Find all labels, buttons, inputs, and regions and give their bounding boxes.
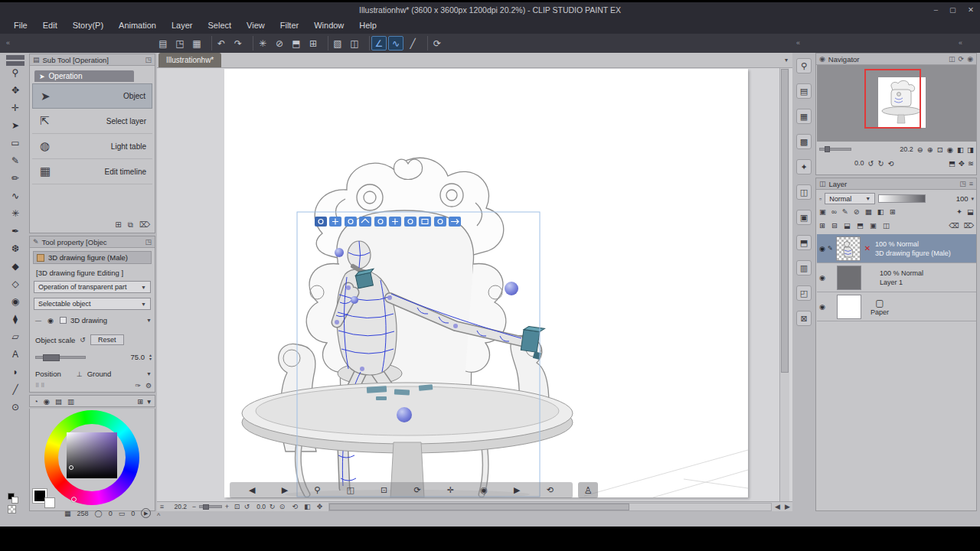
toolbar-icon[interactable]: ◳ (172, 36, 188, 51)
navigator-reset-icon[interactable]: ✥ (959, 159, 965, 168)
layer-command-icon[interactable]: ▦ (865, 207, 872, 216)
palette-rail-button[interactable]: ◫ (796, 184, 812, 200)
navigator-reset-icon[interactable]: ≋ (968, 159, 974, 168)
layer-command-icon[interactable]: ⊘ (854, 207, 860, 216)
palette-rail-button[interactable]: ▩ (796, 134, 812, 149)
toolbox-grip-2[interactable] (6, 61, 24, 66)
tool-button[interactable]: ◗ (5, 367, 26, 377)
launcher-icon[interactable]: ◀ (249, 485, 255, 495)
subtool-footer-icon[interactable]: ⌦ (139, 220, 150, 230)
eye-icon[interactable]: ◉ (817, 245, 828, 253)
menu-item[interactable]: Select (201, 18, 240, 32)
toolbar-icon[interactable]: ∠ (371, 36, 387, 51)
minimize-icon[interactable]: – (934, 5, 938, 14)
toolbar-icon[interactable]: ↶ (214, 36, 229, 51)
palette-rail-button[interactable]: ▥ (796, 260, 812, 276)
rotate-cw-icon[interactable]: ↻ (267, 503, 277, 510)
navigator-header-icon[interactable]: ◫ (949, 55, 956, 63)
layer-command-icon[interactable]: ▣ (819, 207, 826, 216)
layer-header-icon[interactable]: ≡ (969, 180, 973, 187)
rotate-reset-icon[interactable]: ⊙ (277, 503, 287, 510)
palette-rail-button[interactable]: ▣ (796, 210, 812, 225)
sub-color-swatch[interactable] (44, 497, 55, 508)
layer-header-icon[interactable]: ◳ (959, 180, 966, 187)
toolbar-icon[interactable] (364, 36, 370, 51)
layer-row-3d-figure[interactable]: ◉ ✎ ✕ 100 % Normal 3D drawing figure (Ma… (817, 234, 976, 263)
palette-rail-button[interactable]: ⊠ (796, 311, 812, 326)
palette-rail-button[interactable]: ✦ (796, 159, 812, 174)
tool-button[interactable]: ⚲ (5, 67, 26, 77)
palette-rail-button[interactable]: ⬒ (796, 235, 812, 250)
navigator-rotate-icon[interactable]: ↺ (868, 159, 874, 168)
color-options-icon[interactable]: ▾ (147, 397, 151, 406)
menu-item[interactable]: Layer (164, 18, 201, 32)
palette-rail-button[interactable]: ▤ (796, 83, 812, 99)
tool-button[interactable]: ➤ (5, 120, 26, 130)
sv-square[interactable] (67, 432, 117, 478)
sv-marker[interactable] (69, 465, 74, 470)
canvas-menu-icon[interactable]: ≡ (157, 503, 167, 510)
toolbar-icon[interactable]: ⊞ (305, 36, 321, 51)
navigator-header-icon[interactable]: ⟳ (959, 55, 965, 63)
tool-button[interactable]: A (5, 349, 26, 359)
canvas-zoom-slider[interactable] (199, 505, 222, 508)
tool-button[interactable]: ⧫ (5, 314, 26, 324)
canvas-page[interactable] (224, 69, 748, 497)
transparent-part-dropdown[interactable]: Operation of transparent part▼ (34, 281, 151, 293)
subtool-footer-icon[interactable]: ⧉ (128, 220, 133, 230)
tool-button[interactable]: ∿ (5, 191, 26, 201)
navigator-reset-icon[interactable]: ⬒ (949, 159, 956, 168)
canvas-view-icon[interactable]: ◧ (302, 503, 312, 510)
tool-button[interactable]: ✏ (5, 173, 26, 183)
tool-button[interactable]: ✎ (5, 155, 26, 165)
canvas-view-icon[interactable]: ✥ (315, 503, 325, 510)
chevron-down-icon[interactable]: ▼ (146, 318, 152, 323)
navigator-rotate-icon[interactable]: ⟲ (887, 159, 893, 168)
blend-mode-dropdown[interactable]: Normal▼ (825, 193, 875, 204)
mini-sub-color-chip[interactable] (11, 497, 18, 504)
navigator-rotate-icon[interactable]: ↻ (877, 159, 884, 168)
pose-figure-button[interactable]: ♙ (578, 482, 598, 498)
launcher-icon[interactable]: ◫ (347, 485, 354, 495)
tool-button[interactable]: ✥ (5, 85, 26, 95)
horizontal-scrollbar[interactable] (328, 503, 772, 511)
navigator-header-icon[interactable]: ◉ (967, 55, 973, 63)
color-mode-icon[interactable]: ▥ (67, 397, 74, 406)
menu-item[interactable]: File (6, 18, 35, 32)
launcher-icon[interactable]: ✛ (447, 485, 454, 495)
toolbar-icon[interactable] (247, 36, 253, 51)
layer-command-icon[interactable]: ⬓ (844, 221, 851, 230)
panel-options-icon[interactable]: ◳ (145, 56, 152, 64)
tool-button[interactable]: ▱ (5, 331, 26, 341)
navigator-zoom-icon[interactable]: ⊕ (927, 145, 933, 154)
toolbar-icon[interactable]: ↷ (230, 36, 246, 51)
chevron-up-icon[interactable]: ^ (157, 512, 160, 520)
tool-button[interactable]: ◉ (5, 296, 26, 306)
launcher-icon[interactable]: ⚲ (314, 485, 320, 495)
tool-button[interactable]: ✳ (5, 208, 26, 218)
color-mode-icon[interactable]: ◉ (44, 397, 50, 406)
palette-rail-button[interactable]: ⚲ (796, 58, 812, 73)
navigator-zoom-icon[interactable]: ◉ (947, 145, 953, 154)
collapse-right-icon[interactable]: « (959, 39, 962, 47)
palette-rail-button[interactable]: ◰ (796, 285, 812, 301)
layer-command-icon[interactable]: ∞ (831, 207, 837, 216)
maximize-icon[interactable]: ▢ (949, 5, 956, 14)
footer-icon[interactable]: ⚙ (145, 382, 152, 390)
opacity-stepper-icon[interactable]: ▾ (971, 196, 974, 202)
navigator-zoom-slider[interactable] (819, 148, 851, 151)
layer-command-icon[interactable]: ✎ (842, 207, 848, 216)
subtool-footer-icon[interactable]: ⊞ (115, 220, 121, 230)
navigator-flip-icon[interactable]: ◧ (957, 145, 964, 154)
toolbox-grip[interactable] (6, 55, 24, 60)
subtool-item-select-layer[interactable]: ⇱ Select layer (32, 109, 152, 134)
panel-options-icon[interactable]: ◳ (145, 238, 152, 246)
toolbar-icon[interactable]: ◫ (347, 36, 362, 51)
tab-menu-icon[interactable]: ▾ (785, 57, 788, 64)
subtool-item-light-table[interactable]: ◍ Light table (32, 134, 152, 159)
3d-drawing-checkbox[interactable] (60, 317, 67, 324)
menu-item[interactable]: View (239, 18, 273, 32)
tool-button[interactable]: ╱ (5, 384, 26, 394)
layer-row-layer1[interactable]: ◉ 100 % Normal Layer 1 (817, 263, 976, 292)
subtool-item-edit-timeline[interactable]: ▦ Edit timeline (32, 159, 152, 184)
